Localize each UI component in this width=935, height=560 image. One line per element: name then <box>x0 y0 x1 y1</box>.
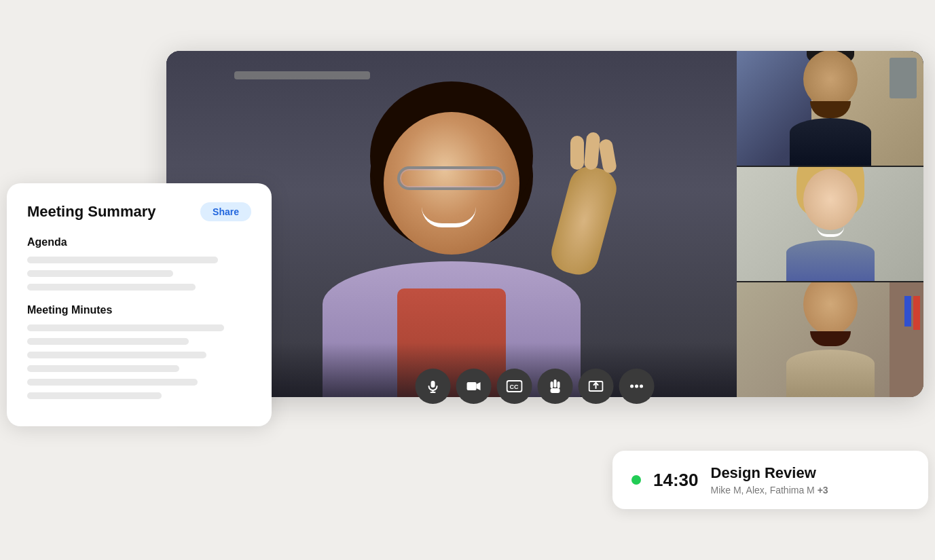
agenda-title: Agenda <box>27 236 251 248</box>
mic-icon <box>426 379 439 393</box>
more-options-button[interactable] <box>619 369 654 404</box>
more-icon <box>629 384 643 388</box>
svg-marker-4 <box>476 382 480 390</box>
minutes-line-6 <box>27 392 162 399</box>
svg-rect-3 <box>466 382 476 390</box>
share-screen-icon <box>588 379 603 394</box>
minutes-title: Meeting Minutes <box>27 304 251 316</box>
agenda-line-3 <box>27 284 196 291</box>
extra-participants-badge: +3 <box>818 485 828 496</box>
meeting-info: Design Review Mike M, Alex, Fathima M +3 <box>711 464 910 496</box>
meeting-name: Design Review <box>711 464 910 482</box>
svg-rect-7 <box>553 379 556 388</box>
minutes-line-4 <box>27 365 179 372</box>
agenda-section: Agenda <box>27 236 251 291</box>
summary-title: Meeting Summary <box>27 203 156 221</box>
minutes-line-1 <box>27 324 224 331</box>
minutes-line-3 <box>27 352 206 358</box>
svg-point-14 <box>635 385 638 388</box>
video-conference-card <box>166 51 923 397</box>
cc-button[interactable]: CC <box>496 369 532 404</box>
svg-rect-10 <box>550 388 560 393</box>
side-videos-panel <box>737 51 923 397</box>
next-meeting-card: 14:30 Design Review Mike M, Alex, Fathim… <box>612 451 928 509</box>
share-button[interactable]: Share <box>200 202 251 221</box>
camera-button[interactable] <box>456 369 491 404</box>
meeting-summary-card: Meeting Summary Share Agenda Meeting Min… <box>7 183 272 426</box>
agenda-line-2 <box>27 270 173 277</box>
summary-header: Meeting Summary Share <box>27 202 251 221</box>
minutes-section: Meeting Minutes <box>27 304 251 399</box>
side-video-2 <box>737 167 923 283</box>
svg-point-15 <box>640 385 643 388</box>
side-video-3 <box>737 282 923 397</box>
minutes-line-5 <box>27 379 198 386</box>
svg-rect-9 <box>557 381 560 388</box>
meeting-participants: Mike M, Alex, Fathima M +3 <box>711 485 910 496</box>
live-indicator <box>631 475 641 485</box>
mic-button[interactable] <box>415 369 450 404</box>
svg-rect-0 <box>430 381 435 388</box>
minutes-line-2 <box>27 338 189 345</box>
svg-point-13 <box>630 385 634 388</box>
hand-button[interactable] <box>537 369 572 404</box>
side-video-1 <box>737 51 923 167</box>
svg-text:CC: CC <box>509 384 518 390</box>
camera-icon <box>466 380 481 392</box>
meeting-time: 14:30 <box>653 470 699 491</box>
control-bar[interactable]: CC <box>415 369 654 404</box>
share-screen-button[interactable] <box>578 369 613 404</box>
hand-icon <box>548 379 562 394</box>
cc-icon: CC <box>506 380 522 392</box>
svg-rect-8 <box>550 381 553 388</box>
agenda-line-1 <box>27 257 218 263</box>
